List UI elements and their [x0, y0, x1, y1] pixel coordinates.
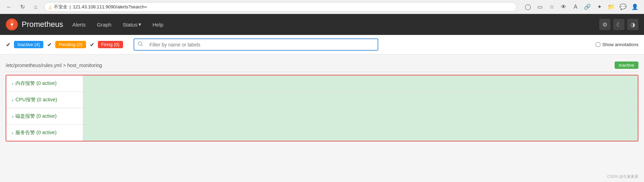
svg-point-2 — [11, 23, 13, 26]
rule-name: 内存报警 (0 active) — [15, 80, 56, 87]
search-input[interactable] — [147, 40, 378, 50]
firing-label: Firing (0) — [101, 42, 120, 47]
pending-label: Pending (0) — [59, 42, 82, 47]
favorites-button[interactable]: ✦ — [594, 2, 604, 12]
svg-line-4 — [141, 45, 143, 46]
app-header: Prometheus Alerts Graph Status ▾ Help ⚙ … — [0, 14, 644, 35]
search-box — [134, 38, 378, 51]
url-text: 121.43.108.111:9090/alerts?search= — [73, 4, 147, 9]
security-warning-icon: △ — [49, 5, 52, 9]
table-row: › CPU报警 (0 active) — [6, 92, 638, 108]
status-dropdown-icon: ▾ — [138, 21, 141, 28]
chevron-icon: › — [12, 97, 13, 103]
firing-checkbox[interactable] — [90, 42, 94, 47]
table-row: › 内存报警 (0 active) — [6, 75, 638, 92]
table-row: › 磁盘报警 (0 active) — [6, 108, 638, 125]
rule-label-cpu[interactable]: › CPU报警 (0 active) — [6, 92, 83, 108]
font-button[interactable]: A — [571, 2, 580, 12]
table-row: › 服务告警 (0 active) — [6, 125, 638, 141]
inactive-label: Inactive (4) — [17, 42, 40, 47]
rule-name: CPU报警 (0 active) — [15, 97, 57, 103]
home-button[interactable]: ⌂ — [31, 2, 41, 12]
rule-group-header: /etc/prometheus/rules.yml > host_monitor… — [6, 59, 638, 72]
search-icon — [134, 39, 147, 50]
nav-help[interactable]: Help — [150, 20, 165, 29]
rule-label-service[interactable]: › 服务告警 (0 active) — [6, 125, 83, 141]
separator: | — [70, 4, 71, 9]
reader-view-button[interactable]: ◯ — [523, 2, 533, 12]
settings-button[interactable]: ⚙ — [599, 19, 610, 30]
show-annotations-label: Show annotations — [602, 42, 638, 47]
content-area: /etc/prometheus/rules.yml > host_monitor… — [0, 54, 644, 146]
show-annotations-checkbox[interactable] — [596, 42, 600, 47]
browser-action-buttons: ◯ ▭ ☆ 👁 A 🔗 ✦ 📁 💬 👤 — [523, 2, 640, 12]
app-title: Prometheus — [22, 20, 63, 29]
bookmark-button[interactable]: ☆ — [547, 2, 557, 12]
filter-bar: Inactive (4) Pending (0) Firing (0) Show… — [0, 35, 644, 54]
pending-chip[interactable]: Pending (0) — [55, 41, 86, 48]
chevron-icon: › — [12, 114, 13, 119]
address-bar[interactable]: △ 不安全 | 121.43.108.111:9090/alerts?searc… — [44, 2, 517, 12]
rules-container: › 内存报警 (0 active) › CPU报警 (0 active) › 磁… — [6, 75, 638, 141]
nav-status[interactable]: Status ▾ — [121, 20, 144, 29]
chevron-icon: › — [12, 81, 13, 86]
rule-name: 磁盘报警 (0 active) — [15, 113, 56, 119]
split-view-button[interactable]: ▭ — [535, 2, 545, 12]
rule-content-cpu — [83, 92, 638, 108]
nav-alerts[interactable]: Alerts — [70, 20, 88, 29]
refresh-button[interactable]: ↻ — [17, 2, 27, 12]
chevron-icon: › — [12, 130, 13, 136]
nav-graph[interactable]: Graph — [95, 20, 114, 29]
prometheus-logo-icon — [6, 18, 18, 31]
contrast-button[interactable]: ◑ — [627, 19, 638, 30]
account-button[interactable]: 👤 — [630, 2, 640, 12]
back-button[interactable]: ← — [4, 2, 14, 12]
security-warning-text: 不安全 — [54, 4, 67, 10]
rule-label-disk[interactable]: › 磁盘报警 (0 active) — [6, 108, 83, 124]
svg-point-3 — [138, 42, 142, 45]
theme-button[interactable]: ☾ — [613, 19, 624, 30]
app-logo: Prometheus — [6, 18, 63, 31]
collections-button[interactable]: 📁 — [606, 2, 616, 12]
status-badge: inactive — [615, 61, 638, 69]
rule-name: 服务告警 (0 active) — [15, 130, 56, 136]
social-button[interactable]: 💬 — [618, 2, 628, 12]
rule-content-memory — [83, 75, 638, 92]
rule-label-memory[interactable]: › 内存报警 (0 active) — [6, 75, 83, 92]
nav-status-label: Status — [123, 22, 138, 28]
pending-checkbox[interactable] — [47, 42, 52, 47]
header-right-actions: ⚙ ☾ ◑ — [599, 19, 638, 30]
show-annotations-control: Show annotations — [596, 42, 638, 47]
firing-chip[interactable]: Firing (0) — [98, 41, 123, 48]
rule-content-service — [83, 125, 638, 141]
inactive-chip[interactable]: Inactive (4) — [14, 41, 43, 48]
extensions-button[interactable]: 🔗 — [582, 2, 592, 12]
breadcrumb: /etc/prometheus/rules.yml > host_monitor… — [6, 63, 102, 68]
inactive-checkbox[interactable] — [6, 42, 10, 47]
browser-chrome: ← ↻ ⌂ △ 不安全 | 121.43.108.111:9090/alerts… — [0, 0, 644, 14]
eye-button[interactable]: 👁 — [559, 2, 568, 12]
rule-content-disk — [83, 108, 638, 124]
